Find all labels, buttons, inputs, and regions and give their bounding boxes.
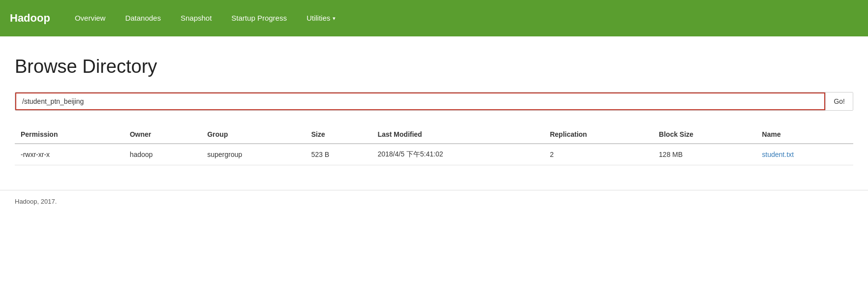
nav-link-utilities[interactable]: Utilities ▾ xyxy=(297,0,345,36)
table-header: Permission Owner Group Size Last Modifie… xyxy=(15,125,853,144)
col-name: Name xyxy=(756,125,853,144)
col-group: Group xyxy=(201,125,305,144)
footer-text: Hadoop, 2017. xyxy=(15,198,57,205)
navbar: Hadoop Overview Datanodes Snapshot Start… xyxy=(0,0,868,36)
nav-item-datanodes[interactable]: Datanodes xyxy=(115,0,171,36)
directory-table: Permission Owner Group Size Last Modifie… xyxy=(15,125,853,165)
page-title: Browse Directory xyxy=(15,56,853,77)
nav-link-snapshot[interactable]: Snapshot xyxy=(171,0,221,36)
cell-block-size: 128 MB xyxy=(653,144,756,165)
file-link[interactable]: student.txt xyxy=(762,151,794,158)
table-body: -rwxr-xr-x hadoop supergroup 523 B 2018/… xyxy=(15,144,853,165)
col-block-size: Block Size xyxy=(653,125,756,144)
go-button[interactable]: Go! xyxy=(825,92,853,110)
table-row: -rwxr-xr-x hadoop supergroup 523 B 2018/… xyxy=(15,144,853,165)
navbar-brand[interactable]: Hadoop xyxy=(10,12,50,25)
col-owner: Owner xyxy=(124,125,202,144)
cell-group: supergroup xyxy=(201,144,305,165)
utilities-label: Utilities xyxy=(307,0,330,36)
cell-name[interactable]: student.txt xyxy=(756,144,853,165)
col-permission: Permission xyxy=(15,125,124,144)
nav-item-overview[interactable]: Overview xyxy=(65,0,116,36)
nav-item-utilities[interactable]: Utilities ▾ xyxy=(297,0,345,36)
table-header-row: Permission Owner Group Size Last Modifie… xyxy=(15,125,853,144)
cell-permission: -rwxr-xr-x xyxy=(15,144,124,165)
nav-link-overview[interactable]: Overview xyxy=(65,0,116,36)
nav-link-datanodes[interactable]: Datanodes xyxy=(115,0,171,36)
col-replication: Replication xyxy=(544,125,653,144)
cell-replication: 2 xyxy=(544,144,653,165)
cell-owner: hadoop xyxy=(124,144,202,165)
main-content: Browse Directory Go! Permission Owner Gr… xyxy=(0,36,868,190)
nav-item-startup-progress[interactable]: Startup Progress xyxy=(221,0,297,36)
cell-size: 523 B xyxy=(305,144,372,165)
nav-link-startup-progress[interactable]: Startup Progress xyxy=(221,0,297,36)
path-row: Go! xyxy=(15,92,853,111)
path-input[interactable] xyxy=(15,92,825,110)
footer: Hadoop, 2017. xyxy=(0,190,868,213)
cell-last-modified: 2018/4/5 下午5:41:02 xyxy=(372,144,544,165)
col-last-modified: Last Modified xyxy=(372,125,544,144)
chevron-down-icon: ▾ xyxy=(333,0,336,36)
nav-item-snapshot[interactable]: Snapshot xyxy=(171,0,221,36)
col-size: Size xyxy=(305,125,372,144)
navbar-nav: Overview Datanodes Snapshot Startup Prog… xyxy=(65,0,345,36)
